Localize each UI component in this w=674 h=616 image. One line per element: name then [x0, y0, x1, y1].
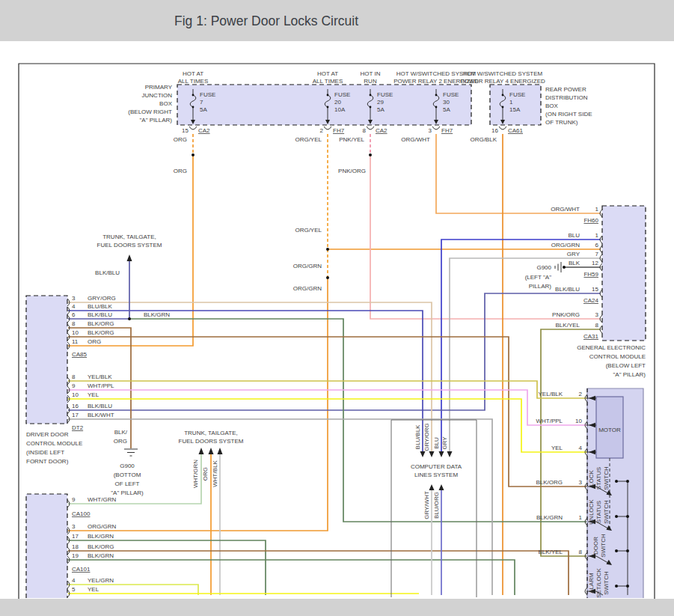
power-source-label: HOT AT — [317, 70, 338, 77]
wire-label: WHT/GRN — [192, 460, 199, 488]
gecm-box — [602, 206, 646, 341]
wire-label: GRY — [567, 251, 580, 257]
power-source-label: RUN — [364, 78, 377, 85]
power-door-locks-diagram: Fig 1: Power Door Locks Circuit — [0, 0, 674, 616]
pin-number: 1 — [595, 232, 599, 239]
pin-number: 5 — [72, 586, 76, 593]
wire-label: WHT/PPL — [88, 382, 114, 389]
pin-number: 9 — [72, 496, 76, 503]
wire-label: WHT/BLK — [212, 460, 218, 487]
ground-label: (LEFT "A" — [525, 274, 551, 281]
ground-label: OF LEFT — [115, 481, 140, 487]
connector-id: CA31 — [583, 333, 599, 340]
ground-label: PILLAR) — [529, 283, 552, 290]
wire-label: BLK/GRN — [88, 533, 114, 540]
distribution-box-label: (ON RIGHT SIDE — [545, 111, 592, 118]
wire-label: PNK/ORG — [552, 311, 580, 318]
switch-label: STATUS — [595, 501, 602, 523]
bottom-strip — [0, 599, 674, 616]
driver-door-control-module-box — [26, 296, 67, 424]
pin-number: 6 — [595, 242, 599, 248]
connector-id: CA61 — [508, 127, 524, 134]
wire-label: BLK/GRN — [536, 514, 563, 521]
wire-label: ORG — [174, 136, 187, 143]
connector-id: CA100 — [72, 510, 91, 517]
fuse-label: 5A — [377, 106, 385, 113]
module-label: "A" PILLAR) — [613, 371, 646, 378]
pin-number: 16 — [491, 127, 498, 134]
pin-number: 11 — [72, 338, 79, 345]
wire-label: ORG/YEL — [295, 136, 322, 143]
wire-label: BLU — [433, 437, 440, 449]
fuse-label: 5A — [443, 106, 450, 113]
system-label: COMPUTER DATA — [411, 463, 462, 470]
switch-label: SWITCH — [603, 571, 610, 595]
wire-label: BLK/ORG — [88, 543, 114, 550]
pin-number: 7 — [595, 251, 599, 257]
switch-label: SWITCH — [603, 466, 610, 490]
distribution-box-label: REAR POWER — [545, 86, 586, 93]
pin-number: 3 — [429, 127, 432, 134]
wire-label: YEL/GRN — [88, 577, 114, 584]
wire-label: YEL/BLK — [88, 373, 112, 380]
junction-box-label: (BELOW RIGHT — [128, 109, 172, 115]
fuse-label: 1 — [509, 99, 513, 106]
pin-number: 15 — [182, 127, 189, 134]
wire-label: BLK — [569, 260, 580, 266]
junction-box-label: "A" PILLAR) — [140, 117, 173, 123]
wire-label: ORG/GRN — [293, 285, 322, 292]
pin-number: 6 — [72, 311, 76, 318]
pin-number: 19 — [72, 552, 79, 559]
distribution-box-label: DISTRIBUTION — [545, 94, 588, 101]
wire-label: ORG/BLK — [470, 136, 497, 143]
connector-id: DT2 — [72, 424, 84, 431]
primary-junction-box — [177, 85, 471, 125]
switch-label: STATUS — [595, 467, 602, 490]
module-label: DRIVER DOOR — [26, 431, 69, 438]
fuse-label: 10A — [334, 106, 346, 113]
pin-number: 17 — [72, 533, 79, 540]
wire-label: ORG — [174, 168, 187, 174]
connector-id: CA2 — [376, 127, 387, 134]
junction-box-label: JUNCTION — [142, 92, 173, 99]
wire-label: YEL — [88, 586, 99, 593]
system-label: FUEL DOORS SYSTEM — [179, 438, 244, 445]
module-label: (INSIDE LEFT — [26, 449, 64, 456]
wire-label: BLK/BLU — [88, 403, 112, 409]
distribution-box-label: BOX — [545, 103, 559, 109]
fuse-label: 20 — [334, 99, 341, 106]
pin-number: 3 — [595, 311, 599, 318]
pin-number: 18 — [72, 543, 79, 550]
wire-label: BLK/WHT — [88, 412, 114, 418]
wire-label: BLK/ORG — [88, 329, 114, 336]
fuse-label: 5A — [200, 106, 207, 113]
module-label: FORNT DOOR) — [26, 458, 69, 465]
wire-label: ORG/GRN — [551, 242, 580, 248]
wiring-diagram-page: Fig 1: Power Door Locks Circuit — [0, 0, 674, 616]
pin-number: 17 — [72, 412, 79, 418]
wire-label: PNK/YEL — [339, 136, 364, 143]
pin-number: 2 — [579, 391, 583, 397]
ground-label: G900 — [120, 463, 135, 469]
wire-label: BLK/ — [114, 429, 128, 436]
power-source-label: POWER RELAY 4 ENERGIZED — [460, 78, 545, 85]
wire-label: ORG/GRN — [293, 263, 322, 269]
connector-id: CA24 — [583, 297, 599, 304]
system-label: TRUNK, TAILGATE, — [184, 430, 238, 436]
ground-label: (BOTTOM — [114, 472, 141, 478]
wire-label: GRY/WHT — [423, 491, 430, 519]
power-source-label: HOT AT — [183, 70, 203, 77]
wire-label: BLK/YEL — [539, 549, 563, 555]
pin-number: 16 — [72, 403, 79, 409]
fuse-label: 7 — [200, 99, 203, 106]
wire-label: BLK/GRN — [144, 311, 170, 318]
wire-label: WHT/PPL — [536, 418, 563, 424]
wire-label: ORG/WHT — [401, 136, 430, 143]
pin-number: 15 — [592, 286, 598, 293]
wire-label: PNK/ORG — [338, 168, 366, 174]
module-label: CONTROL MODULE — [26, 440, 82, 447]
wire-label: YEL — [88, 391, 99, 398]
wire-label: ORG — [88, 338, 101, 345]
fuse-label: FUSE — [377, 91, 393, 98]
pin-number: 8 — [72, 320, 76, 327]
